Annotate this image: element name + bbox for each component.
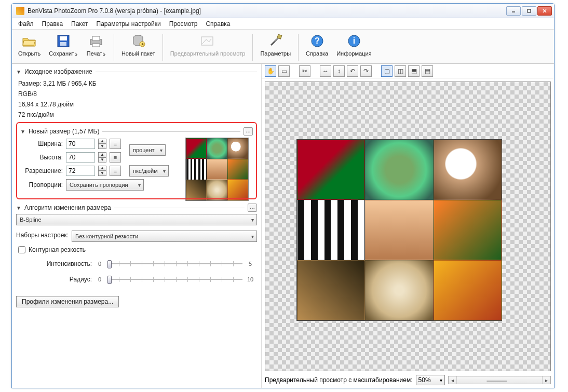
crop-tool-button[interactable]: ✂ <box>299 65 310 77</box>
view-grid-button[interactable]: ▤ <box>422 65 433 77</box>
intensity-slider[interactable] <box>107 259 242 269</box>
open-button[interactable]: Открыть <box>15 32 44 63</box>
menu-bar: Файл Правка Пакет Параметры настройки Пр… <box>12 18 554 30</box>
res-link-button[interactable]: ≡ <box>110 166 121 176</box>
intensity-label: Интенсивность: <box>19 260 92 267</box>
split-v-icon: ⬒ <box>411 67 417 75</box>
presets-label: Наборы настроек: <box>16 232 69 239</box>
unsharp-mask-checkbox[interactable] <box>18 246 25 253</box>
height-link-button[interactable]: ≡ <box>110 152 121 163</box>
zoom-label: Предварительный просмотр с масштабирован… <box>265 376 413 384</box>
hand-icon: ✋ <box>267 67 275 75</box>
horizontal-scrollbar[interactable]: ◂ ▸ <box>448 376 551 384</box>
width-spinner[interactable]: ▲▼ <box>98 139 106 149</box>
new-batch-label: Новый пакет <box>121 50 155 57</box>
chevron-down-icon: ▼ <box>16 69 21 75</box>
preview-button[interactable]: Предварительный просмотр <box>167 32 249 63</box>
res-unit-select[interactable]: пкс/дюйм <box>129 165 169 177</box>
split-h-icon: ◫ <box>398 67 403 75</box>
flip-h-button[interactable]: ↔ <box>320 65 331 77</box>
preview-canvas[interactable] <box>265 82 551 371</box>
info-icon: i <box>346 33 362 49</box>
width-link-button[interactable]: ≡ <box>110 139 121 149</box>
window-title: BenVista PhotoZoom Pro 7.0.8 (wersja pró… <box>28 7 506 15</box>
rotate-right-icon: ↷ <box>363 67 369 75</box>
zoom-select[interactable]: 50% <box>416 375 445 385</box>
help-icon: ? <box>309 33 326 49</box>
section-new-size: ▼ Новый размер (1,57 МБ) … Ширина: ▲▼ ≡ … <box>16 122 257 199</box>
tools-icon <box>267 33 284 49</box>
radius-slider[interactable] <box>107 274 242 285</box>
flip-v-button[interactable]: ↕ <box>333 65 345 77</box>
svg-rect-1 <box>528 9 531 12</box>
save-button[interactable]: Сохранить <box>46 32 80 63</box>
params-button[interactable]: Параметры <box>257 32 294 63</box>
algo-title: Алгоритм изменения размера <box>24 204 111 211</box>
help-label: Справка <box>306 50 328 57</box>
height-spinner[interactable]: ▲▼ <box>98 152 106 163</box>
menu-view[interactable]: Просмотр <box>165 18 202 29</box>
scroll-thumb[interactable] <box>486 381 507 382</box>
info-button[interactable]: i Информация <box>333 32 374 63</box>
height-input[interactable] <box>66 152 95 163</box>
menu-edit[interactable]: Правка <box>38 18 67 29</box>
algorithm-select[interactable]: B-Spline <box>16 214 257 225</box>
algo-more-button[interactable]: … <box>248 204 257 212</box>
floppy-icon <box>55 33 72 49</box>
source-dpi: 72 пкс/дюйм <box>18 110 257 120</box>
resolution-input[interactable] <box>66 166 95 176</box>
grid-icon: ▤ <box>425 67 430 75</box>
scroll-right-button[interactable]: ▸ <box>542 376 550 384</box>
view-split-h-button[interactable]: ◫ <box>395 65 406 77</box>
section-algorithm[interactable]: ▼ Алгоритм изменения размера … <box>16 204 257 212</box>
aspect-select[interactable]: Сохранить пропорции <box>66 179 144 191</box>
marquee-icon: ▭ <box>281 67 287 75</box>
menu-help[interactable]: Справка <box>201 18 234 29</box>
presets-select[interactable]: Без контурной резкости <box>72 231 257 242</box>
marquee-tool-button[interactable]: ▭ <box>278 65 290 77</box>
source-info: Размер: 3,21 МБ / 965,4 КБ RGB/8 16,94 x… <box>18 78 257 120</box>
title-bar[interactable]: BenVista PhotoZoom Pro 7.0.8 (wersja pró… <box>12 4 554 18</box>
preview-image <box>296 139 502 321</box>
menu-file[interactable]: Файл <box>14 18 38 29</box>
hand-tool-button[interactable]: ✋ <box>265 65 276 77</box>
chevron-down-icon: ▼ <box>16 205 21 211</box>
size-unit-select[interactable]: процент <box>129 144 166 156</box>
width-input[interactable] <box>66 139 95 149</box>
params-label: Параметры <box>260 50 291 57</box>
resize-profiles-button[interactable]: Профили изменения размера... <box>16 296 119 307</box>
database-icon: ★ <box>130 33 146 49</box>
res-spinner[interactable]: ▲▼ <box>98 166 106 176</box>
scroll-left-button[interactable]: ◂ <box>449 376 457 384</box>
source-dim: 16,94 x 12,78 дюйм <box>18 99 257 110</box>
print-button[interactable]: Печать <box>83 32 110 63</box>
menu-batch[interactable]: Пакет <box>67 18 92 29</box>
maximize-button[interactable] <box>522 6 536 16</box>
flip-h-icon: ↔ <box>322 67 329 75</box>
radius-max: 10 <box>247 276 254 282</box>
help-button[interactable]: ? Справка <box>303 32 331 63</box>
view-split-v-button[interactable]: ⬒ <box>408 65 420 77</box>
preview-bottom-bar: Предварительный просмотр с масштабирован… <box>262 374 554 388</box>
aspect-label: Пропорции: <box>20 181 63 188</box>
section-source-image[interactable]: ▼ Исходное изображение <box>16 68 257 75</box>
rotate-left-button[interactable]: ↶ <box>347 65 358 77</box>
view-single-button[interactable]: ▢ <box>381 65 393 77</box>
svg-rect-6 <box>60 42 66 46</box>
view-single-icon: ▢ <box>384 67 390 75</box>
menu-settings[interactable]: Параметры настройки <box>92 18 165 29</box>
save-label: Сохранить <box>49 50 77 57</box>
unsharp-mask-label: Контурная резкость <box>29 246 86 253</box>
more-button[interactable]: … <box>244 127 253 136</box>
close-button[interactable] <box>537 6 552 16</box>
radius-label: Радиус: <box>19 276 92 283</box>
app-icon <box>16 7 24 15</box>
svg-rect-13 <box>201 37 213 45</box>
preview-panel: ✋ ▭ ✂ ↔ ↕ ↶ ↷ ▢ ◫ ⬒ ▤ <box>261 64 554 388</box>
height-label: Высота: <box>20 154 63 161</box>
minimize-button[interactable] <box>506 6 521 16</box>
intensity-max: 5 <box>247 261 254 267</box>
svg-rect-8 <box>92 36 100 40</box>
rotate-right-button[interactable]: ↷ <box>360 65 372 77</box>
new-batch-button[interactable]: ★ Новый пакет <box>118 32 158 63</box>
